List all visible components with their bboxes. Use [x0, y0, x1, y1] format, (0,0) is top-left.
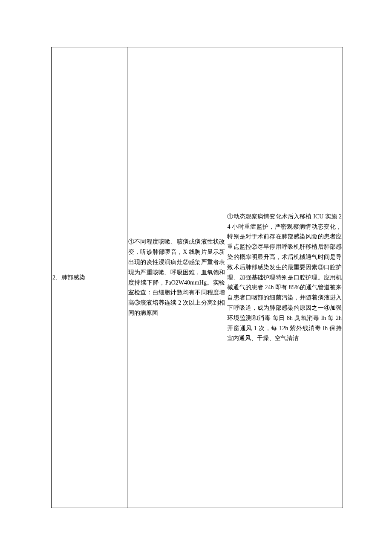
medical-table: 2、肺部感染 ①不同程度咳嗽、咳痰或痰液性状改变，听诊肺部啰音，X 线胸片显示新…	[51, 47, 343, 508]
document-page: 2、肺部感染 ①不同程度咳嗽、咳痰或痰液性状改变，听诊肺部啰音，X 线胸片显示新…	[0, 0, 392, 555]
cell-topic: 2、肺部感染	[52, 47, 127, 508]
cell-nursing: ①动态观察病情变化术后入移植 ICU 实施 24 小时重症监护，严密观察病情动态…	[226, 47, 343, 508]
cell-symptoms: ①不同程度咳嗽、咳痰或痰液性状改变，听诊肺部啰音，X 线胸片显示新出现的炎性浸润…	[127, 47, 226, 508]
table-row: 2、肺部感染 ①不同程度咳嗽、咳痰或痰液性状改变，听诊肺部啰音，X 线胸片显示新…	[52, 47, 343, 508]
table-container: 2、肺部感染 ①不同程度咳嗽、咳痰或痰液性状改变，听诊肺部啰音，X 线胸片显示新…	[51, 47, 343, 508]
